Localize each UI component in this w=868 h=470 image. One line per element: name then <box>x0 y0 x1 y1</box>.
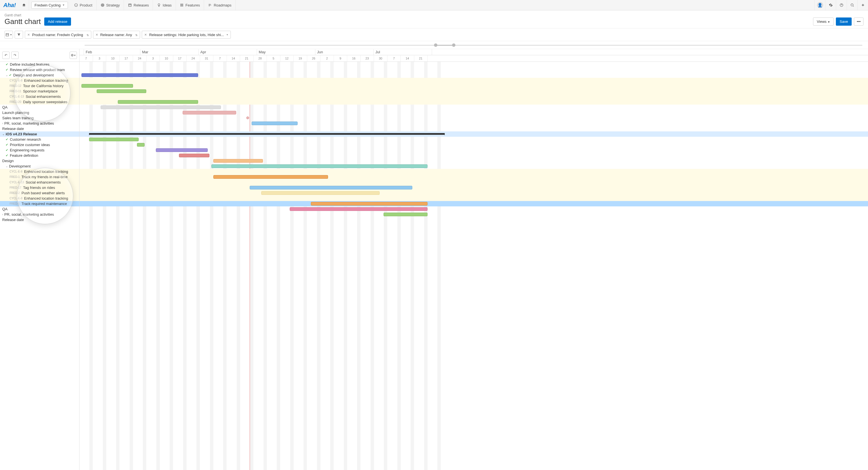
filter-button[interactable] <box>14 31 23 39</box>
slider-thumb-left[interactable] <box>434 43 437 47</box>
task-label: Development <box>9 164 31 168</box>
gantt-bar[interactable] <box>101 106 221 109</box>
task-row[interactable]: Release date <box>0 126 79 131</box>
task-row[interactable]: Design <box>0 158 79 164</box>
gantt-bar[interactable] <box>97 89 146 93</box>
date-picker-button[interactable]: ▼ <box>4 31 13 39</box>
slider-thumb-right[interactable] <box>452 43 456 47</box>
task-row[interactable]: Release date <box>0 217 79 223</box>
task-row[interactable]: ⌄✔Design and development <box>0 72 79 78</box>
gantt-bar[interactable] <box>250 186 412 189</box>
avatar[interactable]: 👤 <box>814 0 825 10</box>
undo-icon[interactable]: ↶ <box>2 52 9 59</box>
task-row[interactable]: ›PR, social, marketing activities <box>0 212 79 217</box>
task-row[interactable]: ✔Review release with product team <box>0 67 79 72</box>
gantt-bar[interactable] <box>211 165 428 168</box>
task-row[interactable]: QA <box>0 206 79 212</box>
caret-down-icon: ▼ <box>226 34 228 36</box>
svg-point-15 <box>851 4 853 6</box>
nav-ideas[interactable]: Ideas <box>153 0 176 10</box>
timeline-zoom-slider[interactable] <box>0 41 868 49</box>
task-row[interactable]: CYCL-E-13Social enhancements <box>0 180 79 185</box>
save-button[interactable]: Save <box>836 18 851 26</box>
more-icon[interactable]: ••• <box>854 18 864 26</box>
gantt-bar[interactable] <box>82 84 133 88</box>
nav-product[interactable]: Product <box>70 0 97 10</box>
gantt-bar[interactable] <box>213 175 328 179</box>
task-row[interactable]: FRED-20Daily sponsor sweepstakes <box>0 99 79 105</box>
week-label: 26 <box>307 55 321 61</box>
gantt-bar[interactable] <box>89 138 138 141</box>
add-icon[interactable] <box>857 0 868 10</box>
add-release-button[interactable]: Add release <box>44 18 71 26</box>
gantt-bar[interactable] <box>183 111 236 115</box>
filter-settings[interactable]: ✕Release settings: Hide parking lots, Hi… <box>142 31 231 39</box>
nav-strategy[interactable]: Strategy <box>97 0 124 10</box>
gantt-bar[interactable] <box>383 213 428 216</box>
gantt-bar[interactable] <box>311 202 428 206</box>
gantt-bar[interactable] <box>82 73 198 77</box>
svg-rect-13 <box>182 6 183 6</box>
close-icon[interactable]: ✕ <box>96 33 98 37</box>
gantt-bar[interactable] <box>252 121 298 125</box>
task-row[interactable]: ✔Customer research <box>0 137 79 142</box>
week-label: 10 <box>160 55 173 61</box>
gantt-bar[interactable] <box>137 143 145 147</box>
gantt-bar[interactable] <box>261 191 380 195</box>
task-label: Release date <box>2 126 24 131</box>
week-label: 14 <box>401 55 414 61</box>
timeline-panel[interactable]: FebMarAprMayJunJul 731017243101724317142… <box>80 49 868 470</box>
task-row[interactable]: CYCL-E-13Social enhancements <box>0 94 79 99</box>
task-row[interactable]: FRED-17Tag friends on rides <box>0 185 79 190</box>
settings-icon[interactable] <box>825 0 836 10</box>
task-row[interactable]: QA <box>0 105 79 110</box>
search-icon[interactable] <box>846 0 857 10</box>
task-row[interactable]: ✔Engineering requests <box>0 147 79 153</box>
task-row[interactable]: ✔Define included features <box>0 62 79 67</box>
check-icon: ✔ <box>6 63 8 66</box>
task-row[interactable]: ✔Feature definition <box>0 153 79 158</box>
task-row[interactable]: CYCL-E-8Enhanced location tracking <box>0 196 79 201</box>
task-row[interactable]: Sales team training <box>0 115 79 121</box>
task-row[interactable]: CYCL-E-8Enhanced location tracking <box>0 169 79 174</box>
task-label: Tour de California history <box>23 84 64 88</box>
nav-right: 👤 <box>814 0 868 10</box>
task-row[interactable]: FRED-11Sponsor marketplace <box>0 89 79 94</box>
task-row[interactable]: ⌄iOS v4.23 Release <box>0 131 79 137</box>
gantt-bar[interactable] <box>290 207 428 211</box>
product-selector[interactable]: Fredwin Cycling ▼ <box>31 2 68 9</box>
gantt-bar[interactable] <box>179 154 210 157</box>
help-icon[interactable] <box>836 0 846 10</box>
task-ref: FRED-1 <box>9 175 20 178</box>
task-row[interactable]: ✔Prioritize customer ideas <box>0 142 79 147</box>
task-row[interactable]: FRED-12Tour de California history <box>0 83 79 89</box>
gantt-bar[interactable] <box>213 159 263 163</box>
redo-icon[interactable]: ↷ <box>11 52 19 59</box>
task-row[interactable]: FRED-2Push based weather alerts <box>0 190 79 196</box>
filter-product[interactable]: ✕Product name: Fredwin Cycling <box>25 31 91 39</box>
chevron-down-icon[interactable]: ⌄ <box>2 133 4 136</box>
task-row[interactable]: FRED-1Track my friends in real-time <box>0 174 79 180</box>
nav-roadmaps[interactable]: Roadmaps <box>204 0 236 10</box>
nav-features[interactable]: Features <box>176 0 204 10</box>
task-row[interactable]: ›PR, social, marketing activities <box>0 121 79 126</box>
chevron-right-icon[interactable]: › <box>2 122 3 125</box>
gantt-bar[interactable] <box>118 100 198 104</box>
task-label: Enhanced location tracking <box>24 78 68 83</box>
task-row[interactable]: CYCL-E-8Enhanced location tracking <box>0 78 79 83</box>
settings-icon[interactable]: ⚙ ▼ <box>70 52 77 59</box>
close-icon[interactable]: ✕ <box>27 33 30 37</box>
task-row[interactable]: FRED-5Track required maintenance <box>0 201 79 206</box>
gantt-bar[interactable] <box>156 148 208 152</box>
home-icon[interactable] <box>19 0 29 10</box>
close-icon[interactable]: ✕ <box>144 33 147 37</box>
filter-release[interactable]: ✕Release name: Any <box>93 31 141 39</box>
task-row[interactable]: ⌄Development <box>0 164 79 169</box>
chevron-down-icon[interactable]: ⌄ <box>6 165 8 168</box>
views-dropdown[interactable]: Views ▼ <box>813 18 834 26</box>
chevron-down-icon[interactable]: ⌄ <box>6 74 8 77</box>
group-bar[interactable] <box>89 133 445 135</box>
nav-releases[interactable]: Releases <box>124 0 153 10</box>
task-row[interactable]: Launch planning <box>0 110 79 115</box>
chevron-right-icon[interactable]: › <box>2 213 3 216</box>
